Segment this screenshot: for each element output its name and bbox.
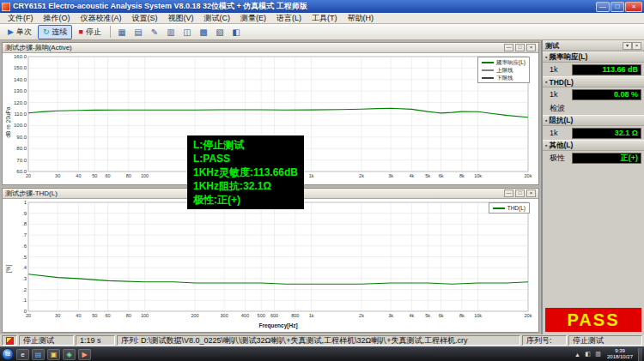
panel-maximize-icon[interactable]: □ xyxy=(515,44,525,51)
toolbar-icon-button[interactable]: ◧ xyxy=(228,25,244,39)
single-test-button[interactable]: ▶ 单次 xyxy=(3,25,37,39)
menu-item[interactable]: 设置(S) xyxy=(127,13,163,24)
menu-item[interactable]: 文件(F) xyxy=(3,13,39,24)
panel-minimize-icon[interactable]: — xyxy=(504,44,513,51)
taskbar-app-icon[interactable]: ▣ xyxy=(47,349,60,360)
results-panel-header[interactable]: 测试 ▾ × xyxy=(543,40,644,51)
tray-icon[interactable]: ◧ xyxy=(584,351,592,358)
section-label: 阻抗(L) xyxy=(549,116,573,126)
pass-fail-badge: PASS xyxy=(545,308,641,332)
maximize-button[interactable]: □ xyxy=(611,2,624,12)
result-param: 1k xyxy=(550,129,568,137)
menu-item[interactable]: 测试(C) xyxy=(199,13,236,24)
panel-close-icon[interactable]: × xyxy=(632,42,641,50)
taskbar-app-icon[interactable]: e xyxy=(16,349,29,360)
menu-item[interactable]: 测量(E) xyxy=(235,13,271,24)
section-bullet-icon: ▪ xyxy=(545,79,547,85)
taskbar-app-icon[interactable]: ▤ xyxy=(32,349,45,360)
section-impedance[interactable]: ▪ 阻抗(L) xyxy=(543,115,644,126)
svg-text:110.0: 110.0 xyxy=(14,111,27,117)
result-row: 1k 113.66 dB xyxy=(543,63,644,76)
legend-line-icon xyxy=(482,69,494,71)
legend-line-icon xyxy=(493,208,505,209)
minimize-button[interactable]: — xyxy=(596,2,610,12)
svg-text:1: 1 xyxy=(24,200,27,205)
svg-text:100.0: 100.0 xyxy=(14,123,27,128)
close-button[interactable]: × xyxy=(625,2,642,12)
toolbar-icon-button[interactable]: ▩ xyxy=(196,25,211,39)
thd-chart: [%] 1.9.8.7.6.5.4.3.2.102030405060801002… xyxy=(3,199,538,332)
continuous-test-button[interactable]: ↻ 连续 xyxy=(38,25,73,39)
toolbar-icon-button[interactable]: ◫ xyxy=(179,25,195,39)
svg-text:Frequency[Hz]: Frequency[Hz] xyxy=(258,322,297,329)
legend-item: 下限线 xyxy=(482,74,526,81)
section-frequency-response[interactable]: ▪ 频率响应(L) xyxy=(543,51,644,63)
menu-item[interactable]: 语言(L) xyxy=(271,13,307,24)
svg-text:140.0: 140.0 xyxy=(14,77,27,82)
tray-icon[interactable]: ▥ xyxy=(594,351,602,358)
panel-minimize-icon[interactable]: — xyxy=(504,190,513,197)
menu-item[interactable]: 工具(T) xyxy=(307,13,343,24)
result-row: 1k 32.1 Ω xyxy=(543,126,644,140)
overlay-line: 1KHz灵敏度:113.66dB xyxy=(193,165,298,179)
legend-label: 上限线 xyxy=(496,66,513,74)
single-test-icon: ▶ xyxy=(8,27,14,36)
svg-text:130.0: 130.0 xyxy=(14,88,27,93)
taskbar-app-icon[interactable]: ▶ xyxy=(78,349,91,360)
menu-item[interactable]: 仪器校准(A) xyxy=(76,13,127,24)
toolbar-icon-button[interactable]: ▥ xyxy=(163,25,179,39)
result-value: 0.08 % xyxy=(572,89,641,100)
status-bar: 停止测试 1:19 s 序列: D:\测试数据\V8.0_0225\喇叭\测试3… xyxy=(0,334,644,346)
svg-text:100: 100 xyxy=(141,313,149,318)
legend-label: 频率响应(L) xyxy=(496,58,526,66)
svg-text:500: 500 xyxy=(258,313,265,318)
stop-test-button[interactable]: ■ 停止 xyxy=(73,25,106,39)
svg-text:300: 300 xyxy=(221,313,228,318)
legend-line-icon xyxy=(482,62,494,63)
window-title: CRY6151 Electro-acoustic Analysis System… xyxy=(13,1,595,12)
svg-text:.1: .1 xyxy=(22,298,27,303)
menu-item[interactable]: 操作(O) xyxy=(39,13,76,24)
svg-text:20: 20 xyxy=(26,173,31,178)
continuous-test-icon: ↻ xyxy=(43,27,50,36)
menu-item[interactable]: 视图(V) xyxy=(163,13,199,24)
svg-text:.2: .2 xyxy=(22,287,27,292)
panel-maximize-icon[interactable]: □ xyxy=(515,190,525,197)
svg-text:.5: .5 xyxy=(22,255,27,260)
overlay-line: 1KHz阻抗:32.1Ω xyxy=(193,179,298,193)
section-other[interactable]: ▪ 其他(L) xyxy=(543,140,644,151)
tray-icon[interactable]: ▲ xyxy=(574,352,581,358)
taskbar-clock[interactable]: 9:39 2018/10/27 xyxy=(605,348,635,360)
toolbar-icon-button[interactable]: ▦ xyxy=(114,25,130,39)
menu-item[interactable]: 帮助(H) xyxy=(343,13,380,24)
start-button[interactable]: ⊞ xyxy=(2,348,14,360)
stop-test-label: 停止 xyxy=(86,27,101,38)
svg-text:5k: 5k xyxy=(425,173,430,178)
toolbar-icon-button[interactable]: ▤ xyxy=(131,25,146,39)
svg-text:600: 600 xyxy=(270,313,278,318)
toolbar-icon-button[interactable]: ✎ xyxy=(147,25,162,39)
svg-text:70.0: 70.0 xyxy=(16,158,27,163)
section-thd[interactable]: ▪ THD(L) xyxy=(543,76,644,87)
result-param: 检波 xyxy=(550,103,565,114)
svg-text:40: 40 xyxy=(76,313,81,318)
result-value: 113.66 dB xyxy=(572,64,641,75)
clock-date: 2018/10/27 xyxy=(607,354,633,360)
svg-text:80.0: 80.0 xyxy=(16,146,27,151)
result-value: 正(+) xyxy=(572,153,641,164)
svg-text:30: 30 xyxy=(55,313,60,318)
frequency-response-panel-titlebar[interactable]: 测试步骤-频响(Active) — □ × xyxy=(3,43,538,53)
svg-text:6k: 6k xyxy=(439,173,444,178)
status-icon-segment xyxy=(2,335,17,346)
svg-text:.6: .6 xyxy=(22,244,27,249)
svg-text:160.0: 160.0 xyxy=(14,54,27,59)
toolbar-icon-button[interactable]: ▧ xyxy=(212,25,228,39)
show-desktop-button[interactable] xyxy=(638,348,642,361)
taskbar-app-icon[interactable]: ◈ xyxy=(63,349,76,360)
panel-close-icon[interactable]: × xyxy=(526,44,536,51)
svg-text:200: 200 xyxy=(191,313,198,318)
result-param: 1k xyxy=(550,65,568,74)
panel-close-icon[interactable]: × xyxy=(526,190,536,197)
svg-text:3k: 3k xyxy=(388,313,393,318)
panel-collapse-icon[interactable]: ▾ xyxy=(623,42,632,50)
